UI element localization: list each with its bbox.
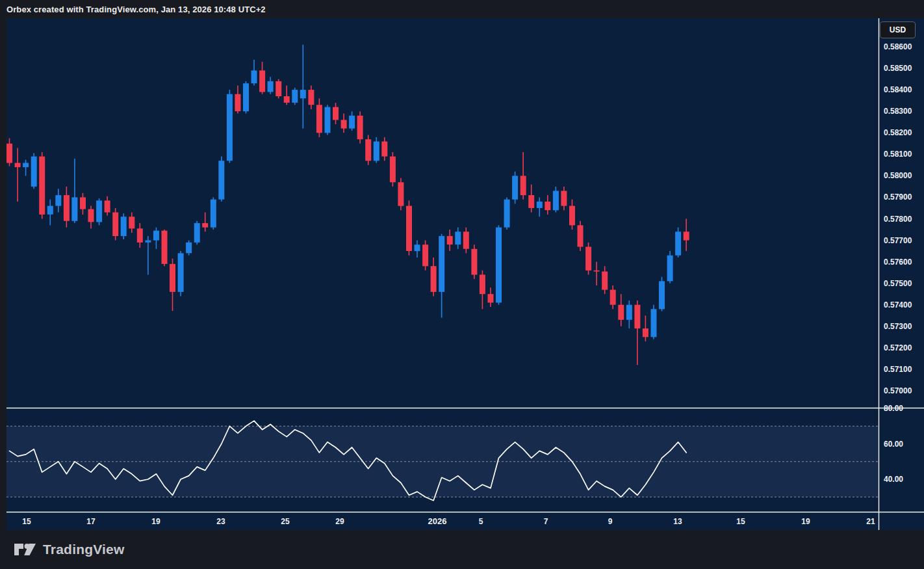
attribution-text: Orbex created with TradingView.com, Jan … bbox=[6, 5, 266, 14]
svg-text:0.57200: 0.57200 bbox=[884, 343, 912, 352]
svg-text:0.57700: 0.57700 bbox=[884, 236, 912, 245]
svg-text:2026: 2026 bbox=[428, 516, 447, 526]
svg-text:0.57600: 0.57600 bbox=[884, 258, 912, 267]
svg-text:5: 5 bbox=[479, 517, 483, 526]
svg-text:60.00: 60.00 bbox=[884, 440, 903, 449]
svg-text:0.57400: 0.57400 bbox=[884, 300, 912, 310]
svg-text:19: 19 bbox=[151, 517, 160, 526]
svg-text:7: 7 bbox=[544, 517, 548, 526]
svg-text:15: 15 bbox=[22, 517, 31, 526]
svg-text:23: 23 bbox=[216, 517, 225, 526]
svg-text:19: 19 bbox=[801, 517, 810, 526]
svg-text:0.58400: 0.58400 bbox=[884, 85, 912, 94]
svg-text:15: 15 bbox=[736, 517, 745, 526]
svg-text:0.58100: 0.58100 bbox=[884, 150, 912, 159]
footer-bar: TradingView bbox=[0, 530, 924, 569]
svg-text:0.58600: 0.58600 bbox=[884, 42, 912, 51]
svg-text:0.57000: 0.57000 bbox=[884, 386, 912, 395]
svg-text:0.57900: 0.57900 bbox=[884, 192, 912, 202]
svg-text:17: 17 bbox=[86, 517, 96, 526]
tradingview-logo-text: TradingView bbox=[43, 542, 125, 557]
svg-text:80.00: 80.00 bbox=[884, 404, 903, 413]
svg-text:0.58000: 0.58000 bbox=[884, 171, 912, 180]
svg-text:29: 29 bbox=[335, 517, 344, 526]
tradingview-logo-icon bbox=[13, 540, 37, 559]
tradingview-chart-screen: Orbex created with TradingView.com, Jan … bbox=[0, 0, 924, 569]
svg-text:9: 9 bbox=[608, 517, 613, 526]
svg-text:0.57300: 0.57300 bbox=[884, 322, 912, 331]
svg-text:0.58500: 0.58500 bbox=[884, 64, 912, 73]
svg-text:0.58300: 0.58300 bbox=[884, 107, 912, 116]
svg-text:0.57500: 0.57500 bbox=[884, 279, 912, 288]
svg-text:21: 21 bbox=[866, 517, 875, 526]
svg-text:25: 25 bbox=[281, 517, 290, 526]
tradingview-logo[interactable]: TradingView bbox=[13, 540, 125, 559]
svg-text:40.00: 40.00 bbox=[884, 475, 903, 484]
svg-text:0.57800: 0.57800 bbox=[884, 215, 912, 224]
svg-text:0.58200: 0.58200 bbox=[884, 128, 912, 137]
currency-badge[interactable]: USD bbox=[880, 21, 916, 38]
attribution-bar: Orbex created with TradingView.com, Jan … bbox=[0, 0, 924, 18]
price-chart-canvas[interactable]: 0.586000.585000.584000.583000.582000.581… bbox=[0, 0, 924, 569]
svg-text:0.57100: 0.57100 bbox=[884, 365, 912, 374]
svg-text:13: 13 bbox=[673, 517, 682, 526]
